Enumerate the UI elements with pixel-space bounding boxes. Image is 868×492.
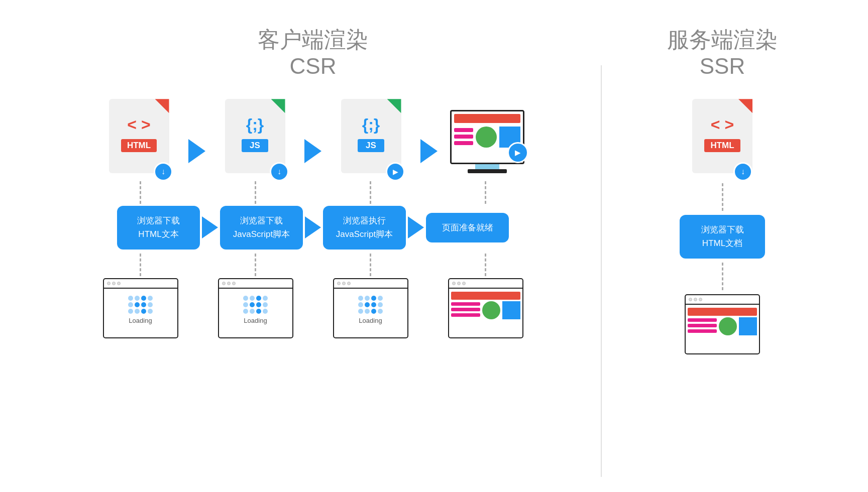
csr-step4-icon: ▶ [441, 110, 533, 173]
ssr-html-icon: < > HTML ↓ [692, 99, 752, 173]
csr-section: 客户端渲染 CSR < > HTML ↓ [50, 25, 576, 338]
loading-text-3: Loading [359, 317, 382, 324]
section-divider [601, 65, 602, 477]
browser-1: Loading [94, 278, 187, 338]
ssr-title-en: SSR [667, 54, 778, 79]
process-row: 浏览器下载 HTML文本 浏览器下载 JavaScript脚本 浏览器执行 Ja… [50, 206, 576, 249]
csr-icons-row: < > HTML ↓ {;} JS [50, 99, 576, 173]
process-box-2: 浏览器下载 JavaScript脚本 [220, 206, 303, 249]
csr-step3-icon: {;} JS ▶ [324, 99, 417, 173]
js-brace-symbol-1: {;} [246, 115, 264, 134]
arrow-1 [188, 139, 205, 163]
csr-step1-icon: < > HTML ↓ [92, 99, 185, 173]
ssr-title: 服务端渲染 SSR [667, 25, 778, 79]
csr-title-en: CSR [258, 54, 368, 79]
ssr-browser [685, 294, 760, 354]
csr-title: 客户端渲染 CSR [258, 25, 368, 79]
js-brace-symbol-2: {;} [362, 115, 380, 134]
monitor-play-badge: ▶ [507, 142, 528, 163]
csr-step2-icon: {;} JS ↓ [208, 99, 301, 173]
ssr-download-badge: ↓ [733, 162, 752, 181]
process-box-1: 浏览器下载 HTML文本 [117, 206, 200, 249]
arrow-p2 [305, 216, 321, 238]
browser-row: Loading [50, 278, 576, 338]
browser-4 [439, 278, 532, 338]
browser-3: Loading [324, 278, 417, 338]
arrow-p1 [202, 216, 218, 238]
loading-text-2: Loading [244, 317, 267, 324]
ssr-section: 服务端渲染 SSR < > HTML ↓ 浏览器下载 HTML文档 [627, 25, 818, 354]
ssr-title-cn: 服务端渲染 [667, 25, 778, 54]
process-box-3: 浏览器执行 JavaScript脚本 [323, 206, 406, 249]
dotted-lines-row [50, 181, 576, 204]
arrow-p3 [408, 216, 424, 238]
ssr-process-box: 浏览器下载 HTML文档 [680, 215, 765, 258]
arrow-2 [304, 139, 321, 163]
html-code-symbol: < > [127, 115, 150, 134]
download-badge-1: ↓ [154, 162, 173, 181]
dotted-lines-row2 [50, 254, 576, 276]
csr-title-cn: 客户端渲染 [258, 25, 368, 54]
loading-text-1: Loading [129, 317, 152, 324]
arrow-3 [420, 139, 438, 163]
browser-2: Loading [209, 278, 302, 338]
play-badge: ▶ [386, 162, 405, 181]
process-box-4: 页面准备就绪 [426, 213, 509, 242]
download-badge-2: ↓ [270, 162, 289, 181]
ssr-html-code-symbol: < > [711, 115, 734, 134]
